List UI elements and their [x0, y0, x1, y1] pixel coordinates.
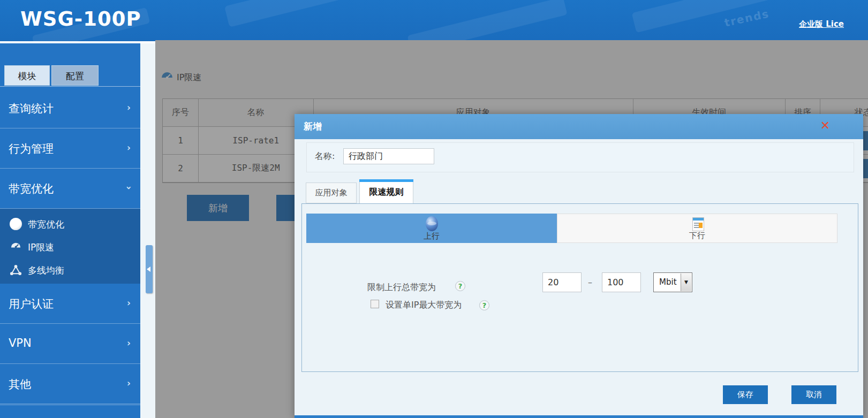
- chevron-right-icon: ›: [127, 298, 131, 308]
- total-bandwidth-label: 限制上行总带宽为: [367, 282, 436, 293]
- sidebar-item-behavior-mgmt[interactable]: 行为管理 ›: [0, 128, 140, 169]
- dropdown-arrow-icon[interactable]: ▼: [681, 273, 691, 291]
- dialog-title: 新增: [304, 120, 322, 133]
- sidebar-item-bandwidth-opt[interactable]: 带宽优化 ›: [0, 169, 140, 209]
- range-dash: –: [588, 277, 592, 287]
- min-bandwidth-input[interactable]: [542, 272, 582, 292]
- tab-rate-rules[interactable]: 限速规则: [359, 179, 413, 204]
- toggle-label: 下行: [557, 231, 837, 241]
- help-icon[interactable]: ?: [479, 300, 489, 310]
- per-ip-checkbox[interactable]: [371, 300, 379, 308]
- menu-label: 带宽优化: [9, 181, 54, 196]
- unit-select[interactable]: Mbit ▼: [653, 272, 692, 292]
- speedometer-icon: [10, 241, 22, 253]
- page-icon: [692, 217, 704, 231]
- logo-underline: [0, 41, 145, 43]
- sidebar-item-user-auth[interactable]: 用户认证 ›: [0, 284, 140, 324]
- name-label: 名称:: [315, 151, 335, 162]
- sidebar: 模块 配置 查询统计 › 行为管理 › 带宽优化 › 带宽优化 IP限速: [0, 43, 140, 418]
- direction-toggle: 上行 下行: [306, 214, 837, 243]
- triangle-network-icon: [10, 264, 22, 276]
- submenu-label: 多线均衡: [28, 264, 64, 277]
- submenu-label: 带宽优化: [28, 218, 64, 231]
- name-input[interactable]: [343, 148, 434, 164]
- unit-selected-value: Mbit: [659, 277, 677, 287]
- upstream-toggle[interactable]: 上行: [306, 214, 557, 243]
- product-logo: WSG-100P: [20, 7, 141, 31]
- active-tab-bar: [359, 179, 413, 182]
- downstream-toggle[interactable]: 下行: [557, 214, 837, 243]
- menu-label: 查询统计: [9, 101, 54, 116]
- collapse-left-icon: [147, 267, 150, 272]
- per-ip-label: 设置单IP最大带宽为: [386, 300, 462, 311]
- tab-label: 限速规则: [369, 187, 404, 197]
- sidebar-item-query-stats[interactable]: 查询统计 ›: [0, 88, 140, 128]
- save-button[interactable]: 保存: [723, 385, 768, 404]
- dialog-titlebar: 新增 ✕: [295, 114, 863, 139]
- menu-label: 其他: [9, 377, 31, 392]
- sidebar-collapse-handle[interactable]: [146, 245, 153, 293]
- photo-watermark: trends: [723, 7, 771, 29]
- sidebar-item-clipped[interactable]: [0, 405, 140, 418]
- menu-label: VPN: [9, 337, 32, 349]
- app-window: trends WSG-100P 企业版 Lice 模块 配置 查询统计 › 行为…: [0, 0, 868, 418]
- chevron-right-icon: ›: [127, 102, 131, 113]
- toggle-label: 上行: [306, 231, 557, 241]
- sidebar-gutter: [140, 43, 155, 418]
- sidebar-tab-config[interactable]: 配置: [51, 65, 99, 86]
- add-rule-dialog: 新增 ✕ 名称: 应用对象 限速规则 上行 下行 限制上行总带宽为 ?: [295, 114, 863, 418]
- circle-icon: [10, 218, 22, 230]
- sidebar-item-other[interactable]: 其他 ›: [0, 364, 140, 404]
- banner-decoration: [224, 0, 365, 27]
- submenu-item-multiline-balance[interactable]: 多线均衡: [0, 259, 140, 282]
- top-banner: trends WSG-100P 企业版 Lice: [0, 0, 868, 41]
- globe-icon: [426, 216, 438, 231]
- submenu-item-bandwidth-opt[interactable]: 带宽优化: [0, 213, 140, 235]
- max-bandwidth-input[interactable]: [602, 272, 641, 292]
- menu-label: 行为管理: [9, 141, 54, 156]
- submenu-label: IP限速: [28, 241, 54, 254]
- chevron-right-icon: ›: [127, 142, 131, 153]
- sidebar-tabs-divider: [0, 86, 140, 87]
- sidebar-item-vpn[interactable]: VPN ›: [0, 324, 140, 364]
- chevron-right-icon: ›: [127, 378, 131, 389]
- chevron-right-icon: ›: [127, 338, 131, 348]
- banner-decoration: [407, 0, 567, 41]
- close-icon[interactable]: ✕: [818, 119, 832, 133]
- license-link[interactable]: 企业版 Lice: [799, 19, 844, 29]
- sidebar-tab-module[interactable]: 模块: [4, 65, 50, 86]
- sidebar-submenu: 带宽优化 IP限速 多线均衡: [0, 209, 140, 284]
- menu-label: 用户认证: [9, 297, 54, 311]
- dialog-bottom-border: [295, 415, 863, 418]
- cancel-button[interactable]: 取消: [791, 385, 836, 404]
- submenu-item-ip-rate-limit[interactable]: IP限速: [0, 236, 140, 259]
- chevron-down-icon: ›: [123, 186, 134, 189]
- help-icon[interactable]: ?: [455, 281, 465, 291]
- tab-apply-objects[interactable]: 应用对象: [306, 183, 357, 203]
